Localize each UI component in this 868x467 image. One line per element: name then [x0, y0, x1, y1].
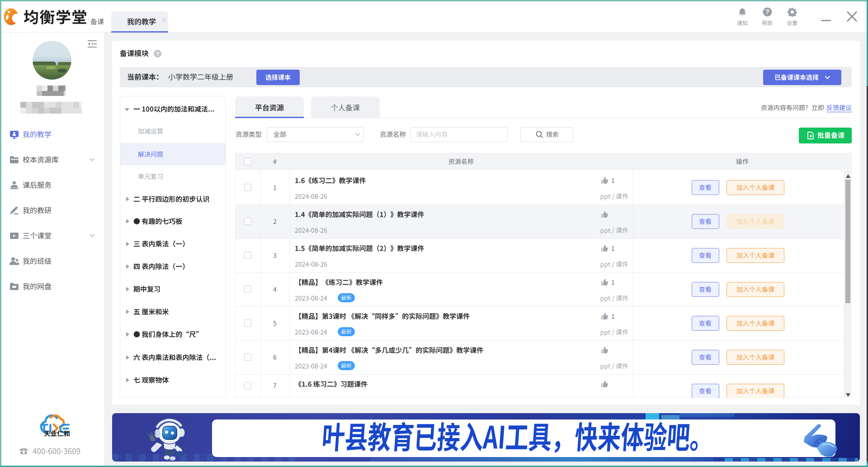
svg-text:?: ?: [765, 8, 769, 15]
svg-text:?: ?: [156, 51, 159, 57]
